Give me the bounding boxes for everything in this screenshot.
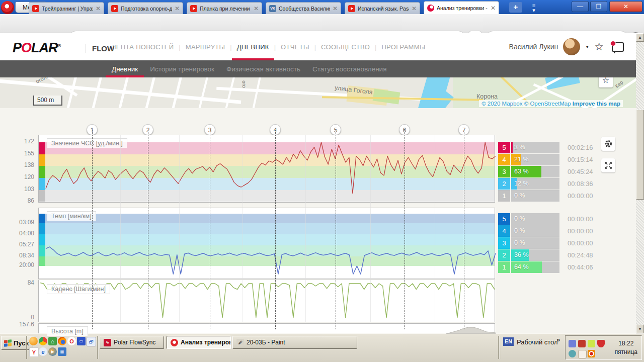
scroll-down-button[interactable]: ▼ [636,325,644,333]
polar-logo[interactable]: POLAR® [13,40,60,56]
chrome-quicklaunch-icon[interactable] [39,337,47,345]
user-menu-caret-icon[interactable]: ▼ [585,45,589,49]
lime-file-tray-icon[interactable] [588,340,595,347]
zone-row-3: 30 %00:00:00 [498,237,593,249]
chart-fullscreen-button[interactable] [601,158,615,172]
nav-item-6[interactable]: ПРОГРАММЫ [381,34,425,60]
taskbar-button-flowsync[interactable]: ∿Polar FlowSync [100,336,164,349]
avatar[interactable] [563,38,580,55]
zone-bar: 0 % [511,225,559,237]
notifications-icon[interactable] [612,42,624,52]
system-tray: 18:22 пятница [565,335,642,360]
subnav-item-1[interactable]: Дневник [112,61,138,77]
user-name[interactable]: Василий Лукин [509,43,558,51]
app-blue-tray-icon[interactable] [569,340,576,347]
nav-item-2[interactable]: МАРШРУТЫ [186,34,225,60]
zone-row-3: 363 %00:45:24 [498,166,593,177]
browser-tab[interactable]: Испанский язык. Pasad✕ [345,2,420,14]
zone-bar: 36 % [511,249,559,261]
new-tab-button[interactable]: + [509,2,522,13]
tab-close-icon[interactable]: ✕ [254,5,259,12]
browser-tab[interactable]: Анализ тренировки - Po✕ [424,1,499,14]
zone-percent: 21 % [514,154,529,165]
ie-quicklaunch-icon[interactable]: e [39,347,47,356]
zone-row-2: 236 %00:24:48 [498,249,593,261]
scroll-thumb[interactable] [636,110,644,200]
taskbar-chevron[interactable]: » [556,336,560,343]
hr-chart[interactable]: Значение ЧСС [уд./мин.] [38,135,495,203]
taskbar-button-opera[interactable]: Анализ тренировки - ... [167,336,231,349]
map-feature [91,77,103,108]
subnav-item-4[interactable]: Статус восстановления [312,61,387,77]
opera-icon [171,339,178,346]
browser-tab[interactable]: Планка при лечении по✕ [187,2,262,14]
yandex-quicklaunch-icon[interactable]: Y [29,347,39,357]
nav-item-5[interactable]: СООБЩЕСТВО [321,34,370,60]
nav-item-4[interactable]: ОТЧЕТЫ [281,34,309,60]
zone-time: 00:08:36 [568,178,593,190]
camera-tray-icon[interactable] [569,350,576,357]
y-tick: 08:34 [8,252,34,259]
nav-item-3[interactable]: ДНЕВНИК [237,34,269,60]
browser-tab[interactable]: Трейлраннинг | Упражн✕ [29,2,104,14]
map-place-label: Корона [476,93,498,100]
opera-logo-icon[interactable] [1,1,14,14]
chart-settings-button[interactable] [601,137,615,151]
altitude-chart[interactable]: Высота [m] [38,323,495,333]
opera-quicklaunch-icon[interactable]: O [67,337,76,345]
tab-close-icon[interactable]: ✕ [412,5,417,12]
target-orange-tray-icon[interactable] [588,350,595,357]
zone-number: 4 [498,154,510,165]
zone-time: 00:00:00 [568,190,593,202]
subnav-item-2[interactable]: История тренировок [150,61,214,77]
nav-separator: | [274,43,276,51]
spray-red-tray-icon[interactable] [578,340,586,347]
cadence-chart[interactable]: Каденс [Шаги/мин] [38,280,495,322]
subnav-item-3[interactable]: Физическая активность [226,61,300,77]
zone-row-4: 40 %00:00:00 [498,225,593,237]
window-minimize-button[interactable]: — [572,1,589,12]
tab-menu-button[interactable]: ≡▾ [526,2,541,13]
floppy-quicklaunch-icon[interactable]: ▭ [77,337,86,345]
zone-percent: 63 % [514,166,529,177]
taskbar-separator [498,336,500,359]
y-tick: 103 [8,186,34,193]
moviemaker-quicklaunch-icon[interactable]: ▦ [58,347,66,356]
page-scrollbar[interactable]: ▲ ▼ [636,33,644,333]
zone-row-5: 50 %00:00:00 [498,213,593,225]
improve-map-link[interactable]: Improve this map [573,101,620,107]
scroll-up-button[interactable]: ▲ [636,33,644,42]
tab-close-icon[interactable]: ✕ [96,5,101,12]
desktop-toolbar-label[interactable]: Рабочий стол [517,338,558,346]
window-titlebar: Меню Трейлраннинг | Упражн✕Подготовка оп… [0,0,644,14]
start-button[interactable]: Пуск [1,336,33,350]
nav-separator: | [314,43,316,51]
book-tray-icon[interactable] [578,350,587,358]
wmp-quicklaunch-icon[interactable]: ▶ [48,347,57,356]
shield-red-tray-icon[interactable] [597,340,605,347]
avast-quicklaunch-icon[interactable] [29,337,38,345]
language-indicator[interactable]: EN [503,337,514,346]
window-close-button[interactable]: ✕ [609,1,642,12]
zone-percent: 0 % [514,190,525,202]
taskbar-button-paint[interactable]: 🖌20-03Б - Paint [232,336,357,349]
zone-number: 3 [498,237,510,249]
favorites-star-icon[interactable]: ☆ [594,41,604,53]
desktop-quicklaunch-icon[interactable]: 🗗 [87,337,96,346]
km-marker-7: 7 [458,124,469,135]
browser-tab[interactable]: VKСообщества Василия Л✕ [266,2,341,14]
pace-chart-label: Темп [мин/км] [47,211,96,221]
clock-day: пятница [615,348,637,356]
zone-percent: 0 % [514,213,525,225]
home-quicklaunch-icon[interactable]: ⌂ [48,337,57,345]
pace-chart[interactable]: Темп [мин/км] [38,208,495,279]
route-map[interactable]: оголя ого улица Гоголя Корона Кер 500 m … [0,77,636,108]
tab-close-icon[interactable]: ✕ [175,5,180,12]
map-favorite-star-button[interactable]: ☆ [599,77,613,87]
tab-close-icon[interactable]: ✕ [491,5,496,12]
nav-item-1[interactable]: ЛЕНТА НОВОСТЕЙ [112,34,174,60]
firefox-quicklaunch-icon[interactable] [58,337,66,345]
browser-tab[interactable]: Подготовка опорно-дв✕ [108,2,183,14]
window-maximize-button[interactable]: ❐ [590,1,607,12]
tab-close-icon[interactable]: ✕ [333,5,338,12]
